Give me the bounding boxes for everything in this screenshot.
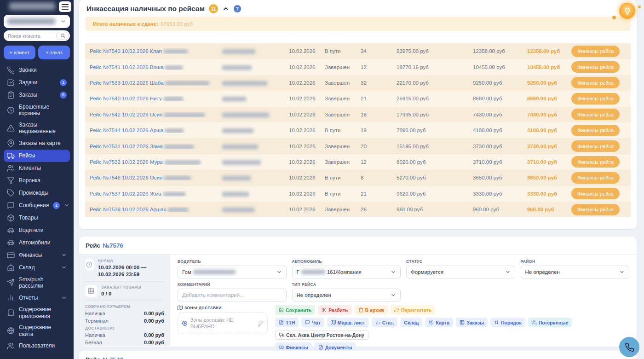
sidebar-item-send[interactable]: Sms/push рассылки: [4, 274, 70, 292]
vehicle-select[interactable]: Г161/Компания: [292, 266, 401, 278]
trip-link[interactable]: Рейс №7540 10.02.2026 Ниту: [90, 96, 222, 101]
trip-finances-button[interactable]: Финансы рейса: [571, 188, 620, 199]
tips-lightbulb-button[interactable]: [619, 3, 635, 19]
trip-link[interactable]: Рейс №7537 10.02.2026 Жма: [90, 191, 222, 197]
sidebar-item-label: Склад: [19, 264, 57, 271]
add-client-button[interactable]: + клиент: [4, 46, 35, 59]
action-button[interactable]: Потерянные: [528, 318, 572, 327]
sidebar-item-users[interactable]: Клиенты: [4, 162, 70, 174]
trip-finances-button[interactable]: Финансы рейса: [571, 46, 620, 57]
status-cell: В пути: [325, 48, 361, 54]
sidebar-item-icon: [7, 251, 15, 259]
sidebar-item-box[interactable]: Товары: [4, 212, 70, 224]
status-select[interactable]: Формируется: [406, 266, 515, 278]
trip-type-select[interactable]: Не определен: [292, 289, 401, 301]
sidebar-item-home[interactable]: Склад: [4, 261, 70, 274]
trip-finances-button[interactable]: Финансы рейса: [571, 93, 620, 104]
driver-cell: [222, 80, 289, 86]
redacted-driver-name: [222, 113, 269, 117]
action-button[interactable]: Пересчитать: [391, 305, 435, 315]
action-button[interactable]: Заказы: [456, 318, 488, 327]
trip-link[interactable]: Рейс №7543 10.02.2026 Клап: [90, 48, 222, 54]
trip-link[interactable]: Рейс №7542 10.02.2026 Осип: [90, 112, 222, 117]
trip-number-link[interactable]: №7576: [103, 242, 123, 249]
sidebar-nav: Звонки Задачи 1 Заказы 8 Брошенные корзи…: [4, 64, 70, 352]
sidebar-item-task[interactable]: Задачи 1: [4, 76, 70, 89]
trip-link[interactable]: Рейс №7539 10.02.2026 Аршак: [90, 207, 222, 212]
trip-link[interactable]: Рейс №7531 10.02.2026 Зама: [90, 144, 222, 149]
trip-finances-button[interactable]: Финансы рейса: [571, 172, 620, 184]
action-button[interactable]: Скл. Аква Центр Ростов-на-Дону: [275, 330, 368, 340]
sidebar-item-funnel[interactable]: Воронка: [4, 174, 70, 187]
help-button[interactable]: ?: [234, 5, 241, 12]
trip-link[interactable]: Рейс №7544 10.02.2026 Арша: [90, 127, 222, 133]
trip-link[interactable]: Рейс №7541 10.02.2026 Воша: [90, 64, 222, 70]
sidebar-item-warn[interactable]: Заказы недовезенные: [4, 119, 70, 137]
company-logo: [9, 2, 55, 10]
action-button[interactable]: Сохранить: [275, 305, 315, 315]
actions-cell: Финансы рейса: [571, 109, 626, 120]
trip-finances-button[interactable]: Финансы рейса: [571, 109, 620, 120]
action-button[interactable]: В архив: [355, 305, 388, 315]
redacted-driver-name: [222, 160, 261, 165]
trip-finances-button[interactable]: Финансы рейса: [571, 156, 620, 168]
district-select[interactable]: Не определен: [521, 266, 630, 278]
action-button[interactable]: Разбить: [318, 305, 351, 315]
sidebar-item-clipboard[interactable]: Заказы 8: [4, 89, 70, 101]
edit-zones-button[interactable]: [258, 321, 264, 326]
trip-link[interactable]: Рейс №7533 10.02.2026 Шаба: [90, 80, 222, 86]
sidebar-item-pin[interactable]: Заказы на карте: [4, 137, 70, 150]
sidebar-item-icon: [7, 66, 15, 74]
action-button[interactable]: ТТН: [275, 318, 299, 327]
sidebar-item-card[interactable]: Финансы: [4, 249, 70, 261]
district-label: РАЙОН: [521, 259, 630, 264]
trip-finances-button[interactable]: Финансы рейса: [571, 140, 620, 152]
organization-select[interactable]: [4, 15, 70, 28]
call-fab-button[interactable]: [619, 337, 639, 357]
table-row: Рейс №7543 10.02.2026 Клап 10.02.2026 В …: [85, 43, 631, 59]
trip-link[interactable]: Рейс №7532 10.02.2026 Мура: [90, 159, 222, 165]
trip-finances-button[interactable]: Финансы рейса: [571, 61, 620, 73]
action-button[interactable]: Чат: [301, 318, 324, 327]
sidebar-item-globe[interactable]: Содержание сайта: [4, 322, 70, 340]
status-cell: В пути: [325, 175, 361, 180]
trip-link[interactable]: Рейс №7546 10.02.2026 Осип: [90, 175, 222, 180]
sidebar-item-label: Заказы на карте: [19, 140, 67, 146]
hamburger-menu-button[interactable]: [59, 1, 71, 12]
sidebar-item-phone[interactable]: Звонки: [4, 64, 70, 76]
total-value: 67653.00 руб: [161, 21, 193, 27]
action-button[interactable]: Склад: [400, 318, 422, 327]
quick-actions: + клиент + заказ: [4, 46, 70, 59]
comment-input[interactable]: [178, 289, 287, 301]
client-search-input[interactable]: [8, 33, 52, 39]
redacted-text: [168, 208, 188, 212]
collapse-section-button[interactable]: [222, 5, 230, 12]
action-button[interactable]: Карта: [425, 318, 453, 327]
stat-label: Безнал: [85, 339, 102, 347]
sidebar-item-users[interactable]: Пользователи: [4, 340, 70, 352]
trip-finances-button[interactable]: Финансы рейса: [571, 204, 620, 215]
sidebar-item-tag[interactable]: Промокоды: [4, 187, 70, 199]
sidebar-item-chat[interactable]: Сообщения 1: [4, 199, 70, 212]
sidebar-item-car[interactable]: Автомобили: [4, 237, 70, 249]
trip-finances-button[interactable]: Финансы рейса: [571, 125, 620, 136]
sidebar-item-truck[interactable]: Рейсы: [4, 150, 70, 162]
status-cell: Завершен: [325, 159, 361, 165]
sidebar-item-clock[interactable]: Брошенные корзины: [4, 101, 70, 119]
clock-icon: [85, 259, 94, 271]
action-button[interactable]: Марш. лист: [327, 318, 369, 327]
driver-select[interactable]: Гом: [178, 266, 287, 278]
add-order-button[interactable]: + заказ: [38, 46, 70, 59]
delivered-sum-cell: 15195.00 руб: [397, 144, 473, 149]
search-button[interactable]: [56, 32, 69, 40]
action-button[interactable]: Порядок: [490, 318, 525, 327]
sidebar-item-icon: [7, 278, 15, 286]
delivery-zones-box[interactable]: Зоны доставки: НЕ ВЫБРАНО: [178, 313, 268, 334]
sidebar-item-chart[interactable]: Отчеты: [4, 291, 70, 304]
sidebar-item-icon: [7, 327, 15, 335]
action-button[interactable]: Стат.: [372, 318, 398, 327]
sidebar-item-app[interactable]: Содержание приложения: [4, 304, 70, 322]
trip-number-link[interactable]: №7543: [103, 356, 123, 359]
trip-finances-button[interactable]: Финансы рейса: [571, 77, 620, 88]
sidebar-item-car[interactable]: Водители: [4, 224, 70, 237]
